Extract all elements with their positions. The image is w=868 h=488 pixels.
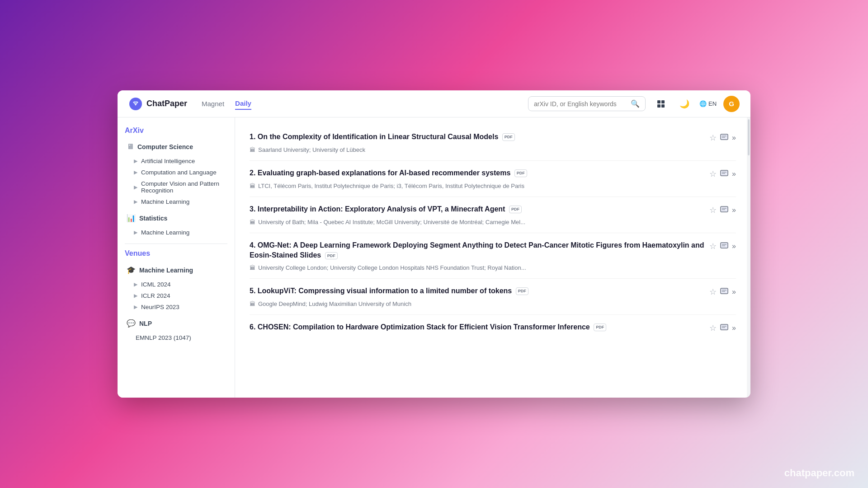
ml-venue-icon: 🎓 xyxy=(127,266,136,274)
nav-magnet[interactable]: Magnet xyxy=(202,98,224,109)
sidebar-item-icml[interactable]: ▶ ICML 2024 xyxy=(125,279,227,290)
paper-title-2[interactable]: 2. Evaluating graph-based explanations f… xyxy=(250,168,705,178)
expand-button-4[interactable]: » xyxy=(732,242,736,250)
arrow-icon: ▶ xyxy=(134,199,137,205)
pdf-badge-2[interactable]: PDF xyxy=(514,169,527,177)
chat-button-6[interactable] xyxy=(720,324,728,332)
pdf-badge-3[interactable]: PDF xyxy=(509,206,522,213)
icml-label: ICML 2024 xyxy=(141,281,171,288)
paper-actions-3: ☆ » xyxy=(709,205,736,215)
chat-button-1[interactable] xyxy=(720,134,728,142)
pdf-badge-4[interactable]: PDF xyxy=(325,252,338,260)
paper-header-1: 1. On the Complexity of Identification i… xyxy=(250,132,736,143)
nlp-label[interactable]: NLP xyxy=(139,320,152,327)
header-right: 🔍 🌙 🌐 EN G xyxy=(528,96,740,112)
sidebar-item-cv[interactable]: ▶ Computer Vision and Pattern Recognitio… xyxy=(125,178,227,196)
ml-stats-label: Machine Learning xyxy=(141,229,189,236)
stats-icon: 📊 xyxy=(127,214,136,222)
paper-institution-1: 🏛 Saarland University; University of Lüb… xyxy=(250,146,736,153)
paper-title-4[interactable]: 4. OMG-Net: A Deep Learning Framework De… xyxy=(250,240,705,261)
paper-title-6[interactable]: 6. CHOSEN: Compilation to Hardware Optim… xyxy=(250,322,705,332)
stats-label[interactable]: Statistics xyxy=(139,215,167,222)
search-input[interactable] xyxy=(534,100,627,108)
scroll-thumb[interactable] xyxy=(748,119,750,155)
chat-button-2[interactable] xyxy=(720,170,728,178)
paper-title-1[interactable]: 1. On the Complexity of Identification i… xyxy=(250,132,705,142)
institution-icon-1: 🏛 xyxy=(250,146,255,153)
star-button-5[interactable]: ☆ xyxy=(709,287,717,297)
arrow-icon: ▶ xyxy=(134,184,137,190)
neurips-label: NeurIPS 2023 xyxy=(141,304,179,310)
svg-rect-2 xyxy=(657,100,660,103)
main-content: ArXiv 🖥 Computer Science ▶ Artificial In… xyxy=(118,117,750,398)
sidebar-item-ml-stats[interactable]: ▶ Machine Learning xyxy=(125,227,227,238)
arrow-icon: ▶ xyxy=(134,169,137,175)
cl-label: Computation and Language xyxy=(141,169,217,176)
scrollbar[interactable] xyxy=(747,117,750,398)
sidebar-item-ml-cs[interactable]: ▶ Machine Learning xyxy=(125,196,227,207)
pdf-badge-6[interactable]: PDF xyxy=(594,324,606,331)
nlp-category: 💬 NLP xyxy=(125,316,227,330)
user-avatar[interactable]: G xyxy=(723,96,740,112)
paper-actions-4: ☆ » xyxy=(709,241,736,251)
sidebar-item-iclr[interactable]: ▶ ICLR 2024 xyxy=(125,290,227,301)
star-button-1[interactable]: ☆ xyxy=(709,133,717,143)
paper-title-3[interactable]: 3. Interpretability in Action: Explorato… xyxy=(250,204,705,214)
cs-label[interactable]: Computer Science xyxy=(137,143,193,150)
paper-header-6: 6. CHOSEN: Compilation to Hardware Optim… xyxy=(250,322,736,333)
paper-header-4: 4. OMG-Net: A Deep Learning Framework De… xyxy=(250,240,736,261)
watermark: chatpaper.com xyxy=(784,467,854,479)
paper-item-3: 3. Interpretability in Action: Explorato… xyxy=(250,197,736,233)
cs-category: 🖥 Computer Science xyxy=(125,140,227,154)
paper-item-4: 4. OMG-Net: A Deep Learning Framework De… xyxy=(250,233,736,279)
chatpaper-logo-icon xyxy=(128,97,143,111)
pdf-badge-1[interactable]: PDF xyxy=(502,133,515,141)
institution-icon-4: 🏛 xyxy=(250,264,255,271)
sidebar-item-emnlp[interactable]: EMNLP 2023 (1047) xyxy=(125,332,227,343)
dark-mode-button[interactable]: 🌙 xyxy=(676,96,693,112)
star-button-4[interactable]: ☆ xyxy=(709,241,717,251)
sidebar-item-cl[interactable]: ▶ Computation and Language xyxy=(125,167,227,178)
star-button-3[interactable]: ☆ xyxy=(709,205,717,215)
svg-rect-3 xyxy=(661,100,665,103)
star-button-2[interactable]: ☆ xyxy=(709,169,717,179)
app-name: ChatPaper xyxy=(146,99,187,108)
star-button-6[interactable]: ☆ xyxy=(709,323,717,333)
sidebar-item-ai[interactable]: ▶ Artificial Intelligence xyxy=(125,155,227,167)
expand-button-1[interactable]: » xyxy=(732,134,736,142)
chat-button-3[interactable] xyxy=(720,206,728,214)
arrow-icon: ▶ xyxy=(134,230,137,235)
search-icon[interactable]: 🔍 xyxy=(631,99,640,108)
pdf-badge-5[interactable]: PDF xyxy=(516,287,528,295)
language-selector[interactable]: 🌐 EN xyxy=(700,96,716,112)
sidebar-item-neurips[interactable]: ▶ NeurIPS 2023 xyxy=(125,301,227,313)
paper-item-6: 6. CHOSEN: Compilation to Hardware Optim… xyxy=(250,315,736,344)
emnlp-label: EMNLP 2023 (1047) xyxy=(134,334,191,341)
arrow-icon: ▶ xyxy=(134,282,137,287)
venues-ml-label[interactable]: Machine Learning xyxy=(139,267,193,274)
paper-header-5: 5. LookupViT: Compressing visual informa… xyxy=(250,286,736,297)
svg-rect-9 xyxy=(721,170,728,176)
main-nav: Magnet Daily xyxy=(202,98,251,110)
expand-button-3[interactable]: » xyxy=(732,206,736,214)
search-bar[interactable]: 🔍 xyxy=(528,96,646,111)
chat-button-4[interactable] xyxy=(720,242,728,250)
paper-title-5[interactable]: 5. LookupViT: Compressing visual informa… xyxy=(250,286,705,296)
institution-icon-2: 🏛 xyxy=(250,183,255,189)
paper-institution-2: 🏛 LTCI, Télécom Paris, Institut Polytech… xyxy=(250,183,736,189)
institution-icon-3: 🏛 xyxy=(250,219,255,225)
expand-button-2[interactable]: » xyxy=(732,170,736,178)
chat-button-5[interactable] xyxy=(720,288,728,296)
paper-actions-5: ☆ » xyxy=(709,287,736,297)
expand-button-6[interactable]: » xyxy=(732,324,736,332)
arrow-icon: ▶ xyxy=(134,158,137,164)
svg-rect-6 xyxy=(721,134,728,140)
cs-icon: 🖥 xyxy=(127,143,134,151)
expand-button-5[interactable]: » xyxy=(732,288,736,296)
grid-view-button[interactable] xyxy=(653,96,669,112)
nav-daily[interactable]: Daily xyxy=(235,98,251,110)
paper-institution-4: 🏛 University College London; University … xyxy=(250,264,736,271)
paper-header-3: 3. Interpretability in Action: Explorato… xyxy=(250,204,736,215)
institution-icon-5: 🏛 xyxy=(250,300,255,307)
logo-area[interactable]: ChatPaper xyxy=(128,97,187,111)
